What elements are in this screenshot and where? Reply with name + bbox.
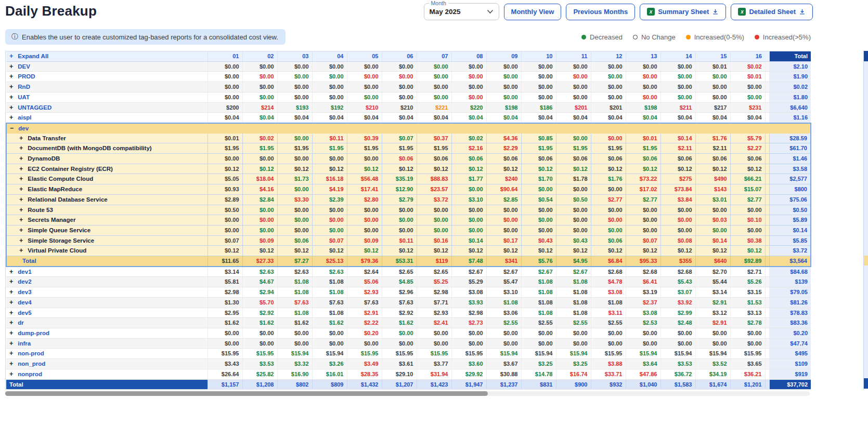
row-label[interactable]: UNTAGGED [18,104,51,111]
row-label[interactable]: PROD [18,73,35,79]
expand-icon[interactable]: + [19,237,23,244]
row-label[interactable]: nonprod [18,371,42,377]
value-cell: $0.00 [382,338,417,349]
info-banner-text: Enables the user to create customized ta… [22,33,278,41]
value-cell: $17.02 [626,184,660,195]
row-label[interactable]: dev3 [18,289,31,295]
row-label[interactable]: Relational Database Service [28,196,107,203]
value-cell: $1.08 [556,297,591,308]
value-cell: $3.32 [277,359,312,369]
expand-all-label[interactable]: Expand All [18,53,48,59]
expand-icon[interactable]: + [19,135,23,142]
expand-icon[interactable]: + [9,73,13,80]
expand-icon[interactable]: + [9,319,13,326]
value-cell [521,123,556,134]
row-label[interactable]: Elastic Compute Cloud [28,176,93,182]
value-cell: $3.43 [208,359,242,369]
expand-icon[interactable]: + [19,175,23,182]
expand-icon[interactable]: + [9,63,13,70]
expand-icon[interactable]: + [19,247,23,254]
gap-cell [765,246,769,256]
monthly-view-button[interactable]: Monthly View [504,4,562,20]
row-total-cell: $139 [769,277,811,287]
value-cell: $5.25 [417,277,451,287]
value-cell: $0.00 [347,205,382,215]
row-label[interactable]: UAT [18,94,30,100]
value-cell: $4.16 [242,184,277,195]
previous-months-button[interactable]: Previous Months [566,4,635,20]
value-cell: $198 [626,102,660,113]
value-cell: $1.62 [277,318,312,328]
expand-icon[interactable]: + [19,165,23,172]
value-cell: $0.01 [695,61,730,72]
expand-all-header[interactable]: +Expand All [6,51,208,61]
expand-icon[interactable]: + [9,278,13,285]
row-label[interactable]: DynamoDB [28,155,60,162]
row-label[interactable]: DEV [18,63,30,70]
month-select[interactable]: Month May 2025 [424,3,499,20]
value-cell: $0.00 [626,72,660,82]
row-label[interactable]: dev2 [18,278,31,285]
expand-icon[interactable]: + [9,340,13,347]
expand-icon[interactable]: + [9,94,13,101]
expand-icon[interactable]: + [19,185,23,193]
expand-icon[interactable]: + [9,83,13,90]
row-label[interactable]: EC2 Container Registry (ECR) [28,166,113,172]
value-cell: $15.95 [208,349,242,359]
expand-icon[interactable]: + [9,104,13,111]
expand-icon[interactable]: + [9,114,13,121]
value-cell: $1.95 [417,143,451,154]
expand-icon[interactable]: + [19,196,23,203]
expand-icon[interactable]: + [19,206,23,214]
row-label[interactable]: dev5 [18,310,31,316]
value-cell: $0.12 [591,246,626,256]
expand-all-icon[interactable]: + [9,52,13,60]
row-label[interactable]: infra [18,340,31,347]
expand-icon[interactable]: + [9,299,13,306]
expand-icon[interactable]: + [19,216,23,223]
row-label[interactable]: non_prod [18,361,45,367]
expand-icon[interactable]: + [19,155,23,162]
expand-icon[interactable]: + [9,360,13,367]
row-label[interactable]: RnD [18,84,30,90]
row-label[interactable]: Secrets Manager [28,217,75,223]
row-label[interactable]: dump-prod [18,330,49,336]
value-cell: $0.04 [347,113,382,123]
value-cell: $0.00 [626,338,660,349]
row-label[interactable]: aispl [18,114,31,121]
value-cell: $0.00 [451,338,486,349]
row-label[interactable]: non-prod [18,350,44,356]
row-label[interactable]: dr [18,320,24,326]
expand-icon[interactable]: + [19,227,23,234]
expand-icon[interactable]: + [9,309,13,316]
row-label[interactable]: Elastic MapReduce [28,186,82,192]
expand-icon[interactable]: + [9,350,13,357]
legend-item: Decreased [581,33,623,41]
row-label[interactable]: Route 53 [28,207,53,213]
row-label[interactable]: dev1 [18,269,31,275]
row-label[interactable]: dev [18,125,29,131]
row-label[interactable]: Simple Storage Service [28,237,94,244]
expand-icon[interactable]: + [9,329,13,337]
value-cell: $2.94 [242,287,277,298]
value-cell: $5.29 [451,277,486,287]
row-label[interactable]: Data Transfer [28,135,66,141]
gap-cell [765,113,769,123]
value-cell: $0.00 [242,72,277,82]
value-cell: $0.00 [312,205,347,215]
row-label[interactable]: dev4 [18,299,31,306]
row-label[interactable]: DocumentDB (with MongoDB compatibility) [28,145,151,151]
expand-icon[interactable]: + [19,144,23,152]
row-label[interactable]: Simple Queue Service [28,227,90,233]
expand-icon[interactable]: + [9,268,13,275]
summary-sheet-button[interactable]: x Summary Sheet [640,4,726,20]
value-cell: $0.00 [382,61,417,72]
horizontal-scrollbar-thumb[interactable] [5,391,488,396]
expand-icon[interactable]: + [9,288,13,296]
value-cell: $0.00 [277,184,312,195]
row-label[interactable]: Virtual Private Cloud [28,247,86,254]
horizontal-scrollbar[interactable] [5,391,810,396]
collapse-icon[interactable]: − [10,125,14,132]
detailed-sheet-button[interactable]: x Detailed Sheet [731,4,813,20]
expand-icon[interactable]: + [9,370,13,378]
